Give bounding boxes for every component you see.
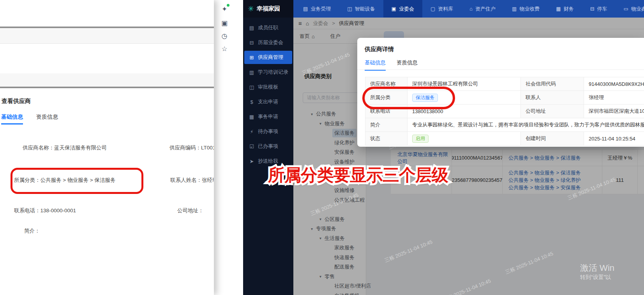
sidebar-item[interactable]: ◫审批模板 bbox=[243, 80, 293, 94]
phone-label: 联系电话： bbox=[14, 208, 41, 213]
sidebar-item-icon: $ bbox=[249, 99, 254, 105]
top-nav-item[interactable]: ⌂资产住户 bbox=[461, 0, 504, 18]
top-nav-item-label: 资产住户 bbox=[475, 5, 496, 12]
sidebar-item-label: 待办事项 bbox=[258, 128, 278, 135]
screenshot-stage: 查看供应商 基础信息 资质信息 供应商名称：蓝天保洁服务有限公司 供应商编码：L… bbox=[0, 0, 644, 295]
sidebar-item-label: 学习培训记录 bbox=[258, 69, 288, 76]
app-title: 幸福家园 bbox=[257, 5, 280, 12]
supplier-detail-table: 供应商名称 深圳市绿景园林工程有限公司 社会信用代码 91440300MA5D8… bbox=[365, 77, 644, 146]
sidebar-item[interactable]: $支出申请 bbox=[243, 94, 293, 109]
sidebar-item-label: 事务申请 bbox=[258, 113, 278, 120]
category-tag: 保洁服务 bbox=[412, 94, 438, 102]
app-logo: ✳ 幸福家园 bbox=[243, 0, 293, 18]
top-nav-item[interactable]: ▣业委会 bbox=[383, 0, 422, 18]
bookmark-star-icon[interactable]: ☆ bbox=[220, 44, 229, 53]
top-nav-item-label: 财务 bbox=[564, 5, 574, 12]
supplier-detail-modal: 供应商详情 基础信息 资质信息 供应商名称 深圳市绿景园林工程有限公司 社会信用… bbox=[357, 38, 644, 147]
top-nav-item-icon: ⊟ bbox=[590, 6, 595, 12]
ai-sparkle-icon[interactable]: ✦ bbox=[220, 5, 229, 13]
browser-extension-strip: ✦ ▣ ◷ ☆ bbox=[214, 0, 243, 295]
tab-basic-info[interactable]: 基础信息 bbox=[1, 114, 23, 124]
sidebar-item-icon: ▦ bbox=[249, 114, 254, 120]
sidebar-item-icon: ⚡ bbox=[249, 129, 254, 135]
top-nav-item[interactable]: ▭物业办公 bbox=[616, 0, 644, 18]
sidebar-item[interactable]: ▥学习培训记录 bbox=[243, 65, 293, 80]
screen-share-glyph: ▣ bbox=[221, 19, 228, 27]
sidebar-item[interactable]: ⚡待办事项 bbox=[243, 124, 293, 139]
detail-name-value: 深圳市绿景园林工程有限公司 bbox=[408, 77, 521, 91]
sidebar-item-icon: ▤ bbox=[249, 25, 254, 31]
modal-title: 供应商详情 bbox=[365, 46, 394, 53]
sidebar-item[interactable]: ⊟历届业委会 bbox=[243, 35, 293, 50]
contact-name-field: 联系人姓名：张经理 bbox=[170, 177, 214, 184]
toolbar-band bbox=[0, 73, 214, 87]
top-nav-item[interactable]: ▤业务受理 bbox=[295, 0, 339, 18]
top-nav-item[interactable]: ◫智能设备 bbox=[339, 0, 383, 18]
detail-name-label: 供应商名称 bbox=[365, 77, 408, 91]
top-nav-item[interactable]: ▦财务 bbox=[548, 0, 582, 18]
detail-credit-label: 社会信用代码 bbox=[521, 77, 584, 91]
category-field: 所属分类：公共服务 > 物业服务 > 保洁服务 bbox=[14, 177, 115, 184]
flower-logo-icon: ✳ bbox=[248, 4, 254, 13]
top-nav-item[interactable]: ▢资料库 bbox=[422, 0, 461, 18]
view-supplier-tabs: 基础信息 资质信息 bbox=[1, 114, 58, 124]
top-nav-item-label: 物业收费 bbox=[519, 5, 540, 12]
windows-activation-line2: 转到“设置”以 bbox=[580, 274, 611, 281]
modal-tab-qualification-info[interactable]: 资质信息 bbox=[397, 59, 418, 71]
top-nav-item-label: 智能设备 bbox=[355, 5, 375, 12]
phone-value: 138-0000-0001 bbox=[41, 208, 76, 213]
modal-tab-basic-info[interactable]: 基础信息 bbox=[365, 59, 386, 71]
sidebar-item-label: 已办事项 bbox=[258, 143, 278, 150]
contact-name-value: 张经理 bbox=[202, 177, 214, 183]
address-label: 公司地址： bbox=[177, 208, 204, 213]
detail-status-value: 启用 bbox=[408, 132, 521, 146]
screen-share-icon[interactable]: ▣ bbox=[220, 19, 229, 27]
category-label: 所属分类： bbox=[14, 177, 41, 183]
status-tag: 启用 bbox=[412, 135, 429, 143]
top-nav-item[interactable]: ▥物业收费 bbox=[504, 0, 548, 18]
top-nav: ▤业务受理◫智能设备▣业委会▢资料库⌂资产住户▥物业收费▦财务⊟停车▭物业办公◁ bbox=[293, 0, 644, 18]
sidebar-item[interactable]: ➤抄送给我 bbox=[243, 154, 293, 169]
sidebar-item-icon: ⊞ bbox=[249, 55, 254, 60]
sidebar-item[interactable]: ▦事务申请 bbox=[243, 109, 293, 124]
category-value: 公共服务 > 物业服务 > 保洁服务 bbox=[41, 177, 116, 183]
sidebar-menu: ▤成员任职⊟历届业委会⊞供应商管理▥学习培训记录◫审批模板$支出申请▦事务申请⚡… bbox=[243, 18, 293, 169]
detail-contact-label: 联系人 bbox=[521, 91, 584, 105]
intro-field: 简介： bbox=[24, 227, 40, 235]
sidebar-item-icon: ◫ bbox=[249, 84, 254, 90]
sidebar-item[interactable]: ⊞供应商管理 bbox=[244, 51, 292, 64]
detail-credit-value: 91440300MA5D8K9X2H bbox=[584, 77, 644, 91]
detail-created-label: 创建时间 bbox=[521, 132, 584, 146]
windows-activation-line1: 激活 Win bbox=[580, 262, 614, 274]
sidebar-item-label: 历届业委会 bbox=[258, 39, 283, 46]
toolbar-band bbox=[0, 28, 214, 44]
supplier-name-label: 供应商名称： bbox=[23, 145, 54, 151]
modal-tabs: 基础信息 资质信息 bbox=[365, 59, 418, 71]
sidebar-item-label: 供应商管理 bbox=[258, 54, 283, 61]
detail-phone-value: 13800138000 bbox=[408, 105, 521, 118]
divider bbox=[0, 87, 214, 88]
detail-intro-value: 专业从事园林绿化、景观设计与施工，拥有丰富的项目经验和专业团队，致力于为客户提供… bbox=[408, 118, 644, 132]
history-clock-glyph: ◷ bbox=[222, 32, 228, 40]
top-nav-item-icon: ▭ bbox=[624, 6, 628, 12]
supplier-name-field: 供应商名称：蓝天保洁服务有限公司 bbox=[23, 144, 107, 151]
detail-contact-value: 张经理 bbox=[584, 91, 644, 105]
top-nav-item-icon: ▤ bbox=[303, 6, 308, 12]
top-nav-item-icon: ◫ bbox=[347, 6, 352, 12]
background-window-view-supplier: 查看供应商 基础信息 资质信息 供应商名称：蓝天保洁服务有限公司 供应商编码：L… bbox=[0, 0, 214, 295]
sidebar-item[interactable]: ☑已办事项 bbox=[243, 139, 293, 154]
sidebar-item-icon: ☑ bbox=[249, 144, 254, 149]
top-nav-item-label: 业委会 bbox=[399, 5, 414, 12]
detail-address-value: 深圳市福田区深南大道100 bbox=[584, 105, 644, 118]
tab-qualification-info[interactable]: 资质信息 bbox=[36, 114, 58, 124]
speaker-icon[interactable]: ◁ bbox=[641, 5, 644, 12]
history-clock-icon[interactable]: ◷ bbox=[220, 32, 229, 40]
top-nav-item[interactable]: ⊟停车 bbox=[582, 0, 616, 18]
top-nav-item-icon: ▢ bbox=[431, 6, 435, 12]
supplier-code-field: 供应商编码：LT001 bbox=[169, 144, 214, 151]
sidebar-item[interactable]: ▤成员任职 bbox=[243, 20, 293, 35]
top-nav-item-icon: ▥ bbox=[512, 6, 517, 12]
detail-address-label: 公司地址 bbox=[521, 105, 584, 118]
divider bbox=[357, 69, 644, 70]
intro-label: 简介： bbox=[24, 228, 40, 234]
